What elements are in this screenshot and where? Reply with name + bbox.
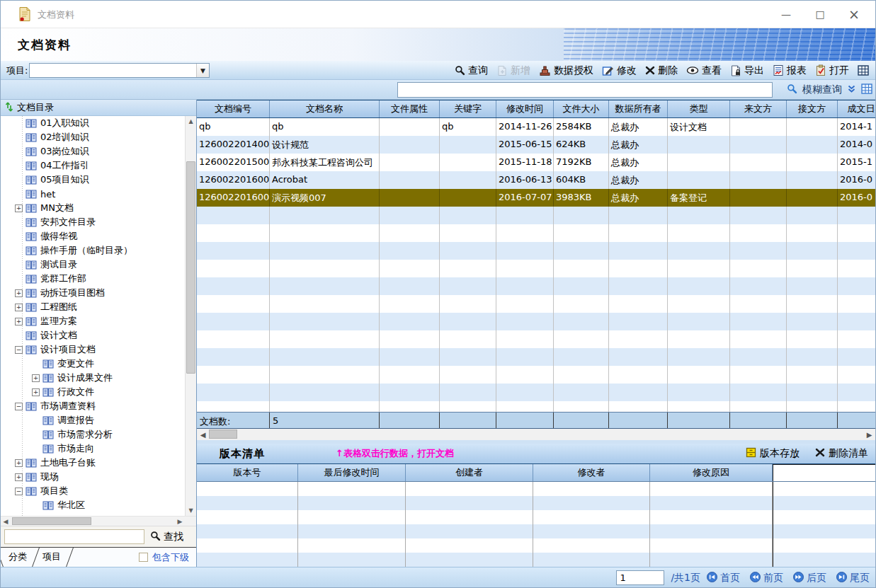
close-button[interactable]: × xyxy=(837,1,871,28)
scroll-left-icon[interactable]: ◀ xyxy=(1,517,11,526)
expand-plus-icon[interactable]: + xyxy=(15,318,23,325)
tree-vertical-scrollbar[interactable]: ▲ ▼ xyxy=(185,116,196,516)
scroll-down-icon[interactable]: ▼ xyxy=(186,505,196,516)
double-chevron-down-icon[interactable] xyxy=(847,84,856,96)
tree-item[interactable]: +工程图纸 xyxy=(1,300,185,314)
tree-item[interactable]: −设计项目文档 xyxy=(1,342,185,357)
tree-item[interactable]: 安邦文件目录 xyxy=(1,215,185,229)
tree-item[interactable]: 测试目录 xyxy=(1,258,185,272)
tree-item[interactable]: 设计文档 xyxy=(1,328,185,342)
version-column-header[interactable]: 版本号 xyxy=(197,464,298,481)
tree-item[interactable]: het xyxy=(1,187,185,201)
tab-project[interactable]: 项目 xyxy=(35,548,69,567)
tree-item[interactable]: 调查报告 xyxy=(1,413,185,427)
expand-plus-icon[interactable]: + xyxy=(32,388,40,396)
doc-column-header[interactable]: 文件属性 xyxy=(380,100,440,117)
include-sublevel-checkbox[interactable] xyxy=(139,553,148,562)
tree-item[interactable]: +行政文件 xyxy=(1,385,185,399)
delete-button[interactable]: 删除 xyxy=(641,64,682,77)
tree-item[interactable]: 市场走向 xyxy=(1,442,185,456)
version-store-button[interactable]: 版本存放 xyxy=(746,447,800,460)
view-button[interactable]: 查看 xyxy=(682,64,726,77)
scrollbar-thumb[interactable] xyxy=(209,430,237,439)
doc-column-header[interactable]: 接文方 xyxy=(787,100,838,117)
doc-column-header[interactable]: 文档名称 xyxy=(270,100,380,117)
tree-item[interactable]: +现场 xyxy=(1,470,185,484)
data-authorize-button[interactable]: 数据授权 xyxy=(535,64,598,77)
next-page-button[interactable]: 后页 xyxy=(793,572,826,584)
prev-page-button[interactable]: 前页 xyxy=(750,572,783,584)
tree-item[interactable]: −市场调查资料 xyxy=(1,399,185,413)
doc-column-header[interactable]: 类型 xyxy=(668,100,730,117)
table-row[interactable]: 12600220150000邦永科技某工程咨询公司2015-11-187192K… xyxy=(197,154,875,171)
table-row[interactable]: 12600220160000Acrobat2016-06-13604KB总裁办2… xyxy=(197,171,875,189)
collapse-minus-icon[interactable]: − xyxy=(15,488,23,495)
search-icon[interactable] xyxy=(787,83,797,96)
scrollbar-thumb[interactable] xyxy=(12,517,91,525)
version-column-header[interactable]: 修改原因 xyxy=(650,464,773,481)
tree-item[interactable]: 02培训知识 xyxy=(1,130,185,144)
find-button[interactable]: 查找 xyxy=(150,531,183,543)
scroll-right-icon[interactable]: ▶ xyxy=(864,430,875,439)
version-column-header[interactable]: 创建者 xyxy=(406,464,533,481)
chevron-down-icon[interactable]: ▼ xyxy=(196,64,209,77)
tree-item[interactable]: +监理方案 xyxy=(1,314,185,328)
minimize-button[interactable]: — xyxy=(769,1,803,28)
doc-column-header[interactable]: 来文方 xyxy=(730,100,787,117)
tree-item[interactable]: +动拆迁项目图档 xyxy=(1,286,185,300)
doc-horizontal-scrollbar[interactable]: ◀ ▶ xyxy=(197,429,875,440)
tree-item[interactable]: 操作手册（临时目录） xyxy=(1,243,185,258)
last-page-button[interactable]: 尾页 xyxy=(836,572,870,584)
project-select[interactable]: ▼ xyxy=(29,63,210,78)
doc-column-header[interactable]: 文件大小 xyxy=(554,100,609,117)
open-button[interactable]: 打开 xyxy=(811,64,853,77)
table-row[interactable]: 12600220140000设计规范2015-06-15624KB总裁办2014… xyxy=(197,136,875,154)
page-number-input[interactable] xyxy=(616,570,664,585)
version-column-header[interactable]: 最后修改时间 xyxy=(298,464,406,481)
fuzzy-search-label[interactable]: 模糊查询 xyxy=(802,83,842,96)
expand-plus-icon[interactable]: + xyxy=(15,304,23,311)
modify-button[interactable]: 修改 xyxy=(598,64,641,77)
delete-list-button[interactable]: 删除清单 xyxy=(815,447,868,460)
tree-item[interactable]: +设计成果文件 xyxy=(1,371,185,385)
maximize-button[interactable]: □ xyxy=(803,1,837,28)
tree-item[interactable]: +土地电子台账 xyxy=(1,456,185,470)
refresh-icon[interactable] xyxy=(5,102,13,114)
table-row[interactable]: qbqbqb2014-11-262584KB总裁办设计文档2014-1 xyxy=(197,118,875,136)
expand-plus-icon[interactable]: + xyxy=(15,289,23,297)
version-column-header[interactable]: 修改者 xyxy=(533,464,650,481)
tree-item[interactable]: 04工作指引 xyxy=(1,158,185,173)
tree-find-input[interactable] xyxy=(4,529,144,544)
tree-item[interactable]: 05项目知识 xyxy=(1,173,185,187)
scroll-right-icon[interactable]: ▶ xyxy=(175,517,185,526)
tree-item[interactable]: 党群工作部 xyxy=(1,272,185,286)
tree-item[interactable]: 变更文件 xyxy=(1,357,185,371)
export-button[interactable]: 导出 xyxy=(726,64,768,77)
expand-plus-icon[interactable]: + xyxy=(32,374,40,382)
doc-column-header[interactable]: 修改时间 xyxy=(496,100,554,117)
expand-plus-icon[interactable]: + xyxy=(15,459,23,467)
expand-plus-icon[interactable]: + xyxy=(15,204,23,212)
tree-item[interactable]: 华北区 xyxy=(1,498,185,512)
tab-category[interactable]: 分类 xyxy=(1,548,35,567)
doc-column-header[interactable]: 数据所有者 xyxy=(609,100,668,117)
tree-item[interactable]: −项目类 xyxy=(1,484,185,498)
scroll-up-icon[interactable]: ▲ xyxy=(186,116,196,127)
fuzzy-search-input[interactable] xyxy=(397,82,773,98)
doc-column-header[interactable]: 成文日期 xyxy=(838,100,875,117)
tree-item[interactable]: 03岗位知识 xyxy=(1,144,185,158)
collapse-minus-icon[interactable]: − xyxy=(15,346,23,354)
tree-item[interactable]: 市场需求分析 xyxy=(1,427,185,442)
scroll-left-icon[interactable]: ◀ xyxy=(198,430,208,439)
doc-column-header[interactable]: 文档编号 xyxy=(197,100,270,117)
collapse-minus-icon[interactable]: − xyxy=(15,403,23,410)
tree-item[interactable]: 01入职知识 xyxy=(1,116,185,130)
version-column-header[interactable] xyxy=(773,464,875,481)
scrollbar-thumb[interactable] xyxy=(186,161,195,374)
tree-item[interactable]: 傲得华视 xyxy=(1,229,185,243)
table-row[interactable]: 12600220160000演示视频0072016-07-073983KB总裁办… xyxy=(197,189,875,207)
expand-plus-icon[interactable]: + xyxy=(15,473,23,481)
query-button[interactable]: 查询 xyxy=(450,64,492,77)
report-button[interactable]: 报表 xyxy=(768,64,811,77)
grid-settings-icon[interactable] xyxy=(861,83,872,96)
